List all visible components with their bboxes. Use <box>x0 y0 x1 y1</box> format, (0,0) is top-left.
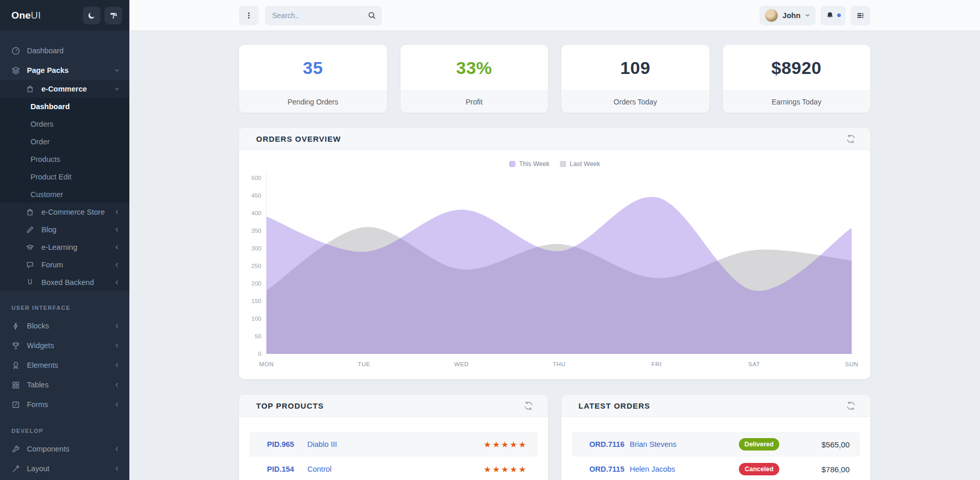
order-code-link[interactable]: ORD.7116 <box>589 440 630 448</box>
user-name: John <box>782 11 800 20</box>
sidebar-item-blocks[interactable]: Blocks <box>0 316 129 336</box>
user-menu-button[interactable]: John <box>760 6 815 25</box>
sidebar-item-components[interactable]: Components <box>0 439 129 459</box>
status-badge: Canceled <box>731 463 788 475</box>
svg-text:50: 50 <box>255 333 261 339</box>
svg-text:TUE: TUE <box>358 361 370 367</box>
chevron-left-icon <box>114 227 120 233</box>
panel-title: ORDERS OVERVIEW <box>256 134 846 143</box>
trophy-icon <box>11 341 20 350</box>
svg-text:100: 100 <box>251 316 261 322</box>
product-name-link[interactable]: Control <box>307 465 484 473</box>
sidebar-item-layout[interactable]: Layout <box>0 459 129 478</box>
sidebar-item-ecom-customer[interactable]: Customer <box>0 186 129 203</box>
top-products-table: PID.965 Diablo III ★★★★★ PID.154 Control… <box>249 432 538 480</box>
sidebar-item-ecom-dashboard[interactable]: Dashboard <box>0 98 129 115</box>
stat-label: Orders Today <box>561 91 709 113</box>
more-options-button[interactable] <box>239 6 259 25</box>
sidebar-item-ecom-order[interactable]: Order <box>0 133 129 151</box>
legend-swatch-last-week <box>560 161 566 167</box>
sidebar-item-label: Layout <box>27 464 50 473</box>
sidebar-item-ecommerce[interactable]: e-Commerce <box>0 80 129 98</box>
sidebar-item-elements[interactable]: Elements <box>0 355 129 375</box>
product-code-link[interactable]: PID.965 <box>267 440 307 448</box>
svg-text:0: 0 <box>258 351 261 357</box>
customer-name-link[interactable]: Brian Stevens <box>630 440 731 448</box>
orders-overview-panel: ORDERS OVERVIEW 050100150200250300350400… <box>239 128 870 379</box>
chevron-left-icon <box>114 446 120 452</box>
sidebar-item-page-packs[interactable]: Page Packs <box>0 61 129 80</box>
chevron-down-icon <box>114 67 120 73</box>
status-badge: Delivered <box>731 438 788 451</box>
svg-text:SUN: SUN <box>845 361 858 367</box>
store-bag-icon <box>26 208 35 217</box>
customer-name-link[interactable]: Helen Jacobs <box>630 465 731 473</box>
sidebar-item-label: Components <box>27 445 69 453</box>
sidebar-item-ecom-products[interactable]: Products <box>0 151 129 168</box>
sidebar-logo-band: OneUI <box>0 0 129 31</box>
svg-text:200: 200 <box>251 280 261 287</box>
svg-text:450: 450 <box>251 192 261 199</box>
paint-roller-icon <box>109 11 117 20</box>
refresh-icon[interactable] <box>846 401 856 411</box>
list-toggle-icon <box>856 11 865 20</box>
sidebar-item-forms[interactable]: Forms <box>0 395 129 414</box>
refresh-icon[interactable] <box>846 134 856 144</box>
legend-item-this-week[interactable]: This Week <box>509 160 550 168</box>
notification-dot <box>837 13 841 17</box>
svg-text:FRI: FRI <box>651 361 662 367</box>
page-packs-submenu: e-Commerce Dashboard Orders Order Produc… <box>0 80 129 291</box>
sidebar-item-elearning[interactable]: e-Learning <box>0 238 129 256</box>
product-code-link[interactable]: PID.154 <box>267 465 307 473</box>
notifications-button[interactable] <box>821 6 845 25</box>
chevron-left-icon <box>114 466 120 472</box>
stat-value: 35 <box>239 45 387 91</box>
refresh-icon[interactable] <box>524 401 533 411</box>
stat-card-orders-today[interactable]: 109 Orders Today <box>561 45 709 113</box>
sidebar-item-label: Boxed Backend <box>41 278 94 287</box>
theme-button[interactable] <box>105 7 122 24</box>
stat-card-pending-orders[interactable]: 35 Pending Orders <box>239 45 387 113</box>
gauge-icon <box>11 47 20 55</box>
dark-mode-button[interactable] <box>83 7 100 24</box>
legend-swatch-this-week <box>509 161 515 167</box>
product-name-link[interactable]: Diablo III <box>307 440 484 448</box>
stat-card-profit[interactable]: 33% Profit <box>400 45 548 113</box>
pencil-icon <box>26 226 35 234</box>
sidebar-item-label: Forum <box>41 261 63 269</box>
chevron-left-icon <box>114 323 120 329</box>
sidebar-item-ecom-orders[interactable]: Orders <box>0 115 129 133</box>
chevron-left-icon <box>114 209 120 215</box>
sidebar-item-label: Blocks <box>27 322 49 330</box>
sidebar-item-label: Blog <box>41 226 56 234</box>
bell-icon <box>826 11 834 20</box>
search-submit-button[interactable] <box>364 8 380 23</box>
svg-text:THU: THU <box>553 361 566 367</box>
wrench-icon <box>11 445 20 454</box>
sidebar-item-tables[interactable]: Tables <box>0 375 129 395</box>
brand-light: UI <box>31 10 41 21</box>
top-header: John <box>129 0 980 31</box>
magnet-icon <box>26 278 35 287</box>
side-overlay-toggle-button[interactable] <box>851 6 870 25</box>
sidebar-item-ecommerce-store[interactable]: e-Commerce Store <box>0 203 129 221</box>
brand-logo[interactable]: OneUI <box>11 10 79 21</box>
svg-text:300: 300 <box>251 245 261 251</box>
stat-card-earnings-today[interactable]: $8920 Earnings Today <box>723 45 871 113</box>
graduation-cap-icon <box>26 243 35 252</box>
svg-text:150: 150 <box>251 298 261 304</box>
sidebar-item-blog[interactable]: Blog <box>0 221 129 238</box>
sidebar-item-forum[interactable]: Forum <box>0 256 129 274</box>
stat-label: Profit <box>400 91 548 113</box>
order-code-link[interactable]: ORD.7115 <box>589 465 630 473</box>
sidebar-item-dashboard[interactable]: Dashboard <box>0 41 129 61</box>
sidebar: OneUI Dashboard Page Packs e-Commerce Da <box>0 0 129 480</box>
sidebar-item-boxed-backend[interactable]: Boxed Backend <box>0 274 129 291</box>
legend-item-last-week[interactable]: Last Week <box>560 160 600 168</box>
sidebar-item-ecom-product-edit[interactable]: Product Edit <box>0 168 129 186</box>
sidebar-item-widgets[interactable]: Widgets <box>0 336 129 355</box>
chevron-down-icon <box>805 12 810 18</box>
section-header-user-interface: USER INTERFACE <box>0 291 129 316</box>
latest-orders-table: ORD.7116 Brian Stevens Delivered $565,00… <box>572 432 860 480</box>
moon-icon <box>87 11 96 20</box>
